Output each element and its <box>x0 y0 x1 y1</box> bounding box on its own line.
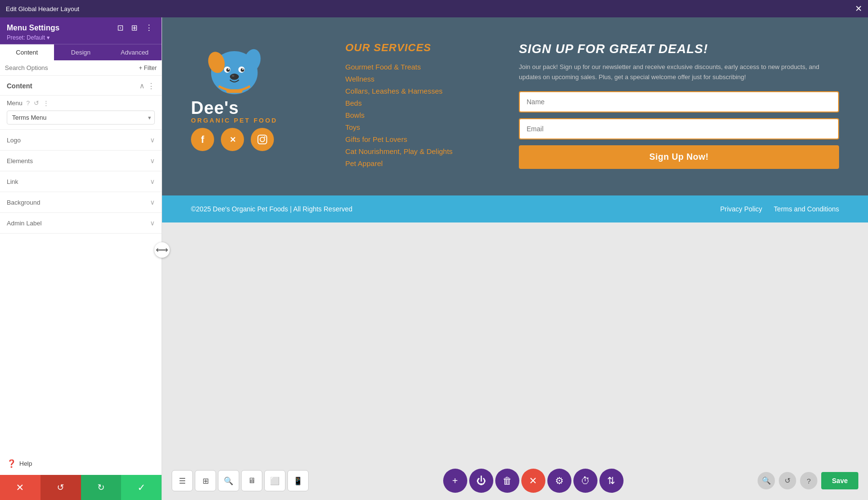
service-link-bowls[interactable]: Bowls <box>345 111 490 119</box>
panel-title: Menu Settings <box>7 24 59 32</box>
background-chevron-icon: ∨ <box>150 198 155 206</box>
menu-reset-icon[interactable]: ↺ <box>34 99 39 107</box>
hamburger-menu-button[interactable]: ☰ <box>172 470 193 491</box>
help-circle-icon: ❓ <box>7 459 16 468</box>
help-row[interactable]: ❓ Help <box>0 452 162 475</box>
svg-point-9 <box>230 74 239 80</box>
signup-description: Join our pack! Sign up for our newslette… <box>519 62 839 83</box>
service-link-wellness[interactable]: Wellness <box>345 75 490 83</box>
help-button[interactable]: ? <box>800 472 817 489</box>
save-button[interactable]: Save <box>821 472 858 489</box>
tab-design[interactable]: Design <box>54 44 108 60</box>
builder-center-tools: + ⏻ 🗑 ✕ ⚙ ⏱ ⇅ <box>443 469 624 493</box>
instagram-icon <box>257 134 268 145</box>
panel-tabs: Content Design Advanced <box>0 44 162 60</box>
footer-bar: ©2025 Dee's Organic Pet Foods | All Righ… <box>162 195 868 222</box>
menu-label-row: Menu ? ↺ ⋮ <box>7 99 155 107</box>
close-element-button[interactable]: ✕ <box>521 469 545 493</box>
mobile-view-button[interactable]: 📱 <box>287 470 309 491</box>
svg-point-8 <box>242 69 244 70</box>
services-title: Our Services <box>345 42 490 54</box>
admin-label-text: Admin Label <box>7 220 41 227</box>
twitter-button[interactable]: ✕ <box>221 128 244 151</box>
footer-main: Dee's Organic Pet Food f ✕ <box>162 17 868 195</box>
zoom-button[interactable]: 🔍 <box>758 472 775 489</box>
section-collapse-icon[interactable]: ∧ <box>139 82 145 90</box>
grid-view-button[interactable]: ⊞ <box>195 470 216 491</box>
email-input[interactable] <box>519 118 839 139</box>
dog-logo-svg <box>203 42 266 99</box>
cancel-button[interactable]: ✕ <box>0 475 41 500</box>
delete-button[interactable]: 🗑 <box>495 469 519 493</box>
privacy-policy-link[interactable]: Privacy Policy <box>720 205 762 213</box>
link-section[interactable]: Link ∨ <box>0 171 162 192</box>
arrange-button[interactable]: ⇅ <box>599 469 624 493</box>
brand-logo: Dee's Organic Pet Food <box>191 42 277 124</box>
service-link-gourmet[interactable]: Gourmet Food & Treats <box>345 63 490 71</box>
service-link-beds[interactable]: Beds <box>345 99 490 107</box>
signup-button[interactable]: Sign Up Now! <box>519 145 839 169</box>
search-input[interactable] <box>5 64 139 71</box>
service-link-cat[interactable]: Cat Nourishment, Play & Delights <box>345 147 490 155</box>
settings-button[interactable]: ⚙ <box>547 469 571 493</box>
add-element-button[interactable]: + <box>443 469 467 493</box>
power-button[interactable]: ⏻ <box>469 469 493 493</box>
preview-area: Dee's Organic Pet Food f ✕ <box>162 17 868 461</box>
content-section-header: Content ∧ ⋮ <box>0 76 162 96</box>
preset-selector[interactable]: Preset: Default ▾ <box>7 34 155 41</box>
admin-label-section[interactable]: Admin Label ∨ <box>0 213 162 234</box>
footer-logo-column: Dee's Organic Pet Food f ✕ <box>191 42 316 151</box>
footer-services-column: Our Services Gourmet Food & Treats Welln… <box>345 42 490 171</box>
panel-icon-grid[interactable]: ⊞ <box>129 22 139 33</box>
redo-button[interactable]: ↻ <box>81 475 122 500</box>
svg-point-13 <box>260 137 264 141</box>
search-builder-button[interactable]: 🔍 <box>218 470 239 491</box>
logo-section[interactable]: Logo ∨ <box>0 130 162 151</box>
menu-select[interactable]: Terms Menu <box>7 111 155 125</box>
service-link-collars[interactable]: Collars, Leashes & Harnesses <box>345 87 490 95</box>
resize-handle[interactable]: ⟷ <box>154 242 170 258</box>
instagram-button[interactable] <box>251 128 274 151</box>
menu-more-icon[interactable]: ⋮ <box>43 99 49 107</box>
builder-left-tools: ☰ ⊞ 🔍 🖥 ⬜ 📱 <box>172 470 309 491</box>
menu-help-icon[interactable]: ? <box>27 99 30 107</box>
tablet-view-button[interactable]: ⬜ <box>264 470 285 491</box>
panel-header-icons: ⊡ ⊞ ⋮ <box>115 22 155 33</box>
panel-bottom-bar: ✕ ↺ ↻ ✓ <box>0 475 162 500</box>
confirm-button[interactable]: ✓ <box>121 475 162 500</box>
section-icons: ∧ ⋮ <box>139 82 155 90</box>
tab-content[interactable]: Content <box>0 44 54 60</box>
service-link-toys[interactable]: Toys <box>345 123 490 131</box>
panel-icon-more[interactable]: ⋮ <box>143 22 155 33</box>
service-link-apparel[interactable]: Pet Apparel <box>345 159 490 167</box>
refresh-button[interactable]: ↺ <box>779 472 796 489</box>
undo-button[interactable]: ↺ <box>41 475 81 500</box>
svg-point-14 <box>264 137 266 138</box>
admin-label-chevron-icon: ∨ <box>150 219 155 227</box>
top-bar: Edit Global Header Layout ✕ <box>0 0 868 17</box>
filter-button[interactable]: + Filter <box>139 65 157 71</box>
elements-section[interactable]: Elements ∨ <box>0 151 162 171</box>
panel-header: Menu Settings ⊡ ⊞ ⋮ Preset: Default ▾ <box>0 17 162 44</box>
menu-select-wrap: Terms Menu ▾ <box>7 111 155 125</box>
footer-signup-column: Sign Up For Great Deals! Join our pack! … <box>519 42 839 169</box>
preset-arrow: ▾ <box>47 34 50 41</box>
top-bar-title: Edit Global Header Layout <box>6 5 79 13</box>
name-input[interactable] <box>519 91 839 112</box>
filter-label: + Filter <box>139 65 157 71</box>
terms-link[interactable]: Terms and Conditions <box>774 205 839 213</box>
service-link-gifts[interactable]: Gifts for Pet Lovers <box>345 135 490 143</box>
tab-advanced[interactable]: Advanced <box>108 44 162 60</box>
close-button[interactable]: ✕ <box>855 3 862 14</box>
signup-title: Sign Up For Great Deals! <box>519 42 839 56</box>
link-label: Link <box>7 178 18 185</box>
background-section[interactable]: Background ∨ <box>0 192 162 213</box>
facebook-button[interactable]: f <box>191 128 214 151</box>
svg-point-7 <box>228 69 229 70</box>
desktop-view-button[interactable]: 🖥 <box>241 470 262 491</box>
timer-button[interactable]: ⏱ <box>573 469 597 493</box>
panel-icon-copy[interactable]: ⊡ <box>115 22 125 33</box>
section-more-icon[interactable]: ⋮ <box>148 82 155 90</box>
footer-social: f ✕ <box>191 128 274 151</box>
main-area: Dee's Organic Pet Food f ✕ <box>162 17 868 500</box>
